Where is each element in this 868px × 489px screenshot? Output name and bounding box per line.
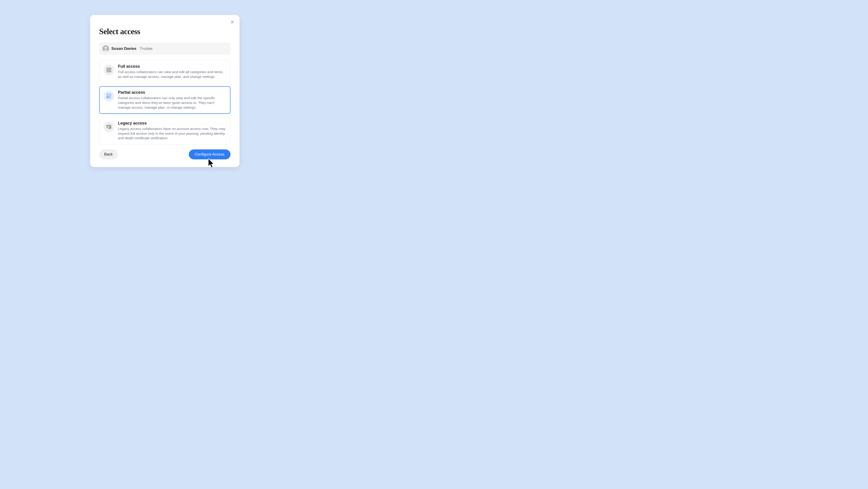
modal-footer: Back Configure Access [99,149,230,159]
avatar [102,45,109,52]
option-body: Partial access Partial access collaborat… [118,90,226,110]
legacy-card-icon [103,121,114,132]
modal-content: Susan Davies Trustee Full access Full ac… [90,42,240,167]
modal-title: Select access [90,15,240,42]
svg-rect-9 [110,96,111,98]
option-title: Full access [118,64,226,69]
svg-rect-6 [107,94,108,95]
close-button[interactable] [229,19,236,26]
option-legacy-access[interactable]: Legacy access Legacy access collaborator… [99,117,230,145]
option-description: Legacy access collaborators have no acco… [118,127,226,141]
svg-rect-5 [110,70,111,72]
option-full-access[interactable]: Full access Full access collaborators ca… [99,60,230,83]
option-partial-access[interactable]: Partial access Partial access collaborat… [99,86,230,114]
option-title: Legacy access [118,121,226,126]
option-body: Full access Full access collaborators ca… [118,64,226,79]
svg-rect-2 [107,68,108,69]
back-button[interactable]: Back [99,149,118,159]
partial-grid-icon [103,91,114,101]
close-icon [230,20,235,25]
svg-rect-8 [107,96,108,98]
option-body: Legacy access Legacy access collaborator… [118,121,226,141]
option-description: Partial access collaborators can only vi… [118,96,226,110]
option-description: Full access collaborators can view and e… [118,70,226,79]
svg-rect-7 [110,94,111,95]
user-chip: Susan Davies Trustee [99,42,230,55]
svg-point-1 [104,47,107,49]
option-title: Partial access [118,90,226,95]
select-access-modal: Select access Susan Davies Trustee [90,15,240,167]
svg-rect-4 [107,70,108,72]
svg-rect-3 [110,68,111,69]
user-role: Trustee [140,47,153,51]
configure-access-button[interactable]: Configure Access [189,149,230,159]
user-name: Susan Davies [112,47,136,51]
grid-icon [103,64,114,75]
